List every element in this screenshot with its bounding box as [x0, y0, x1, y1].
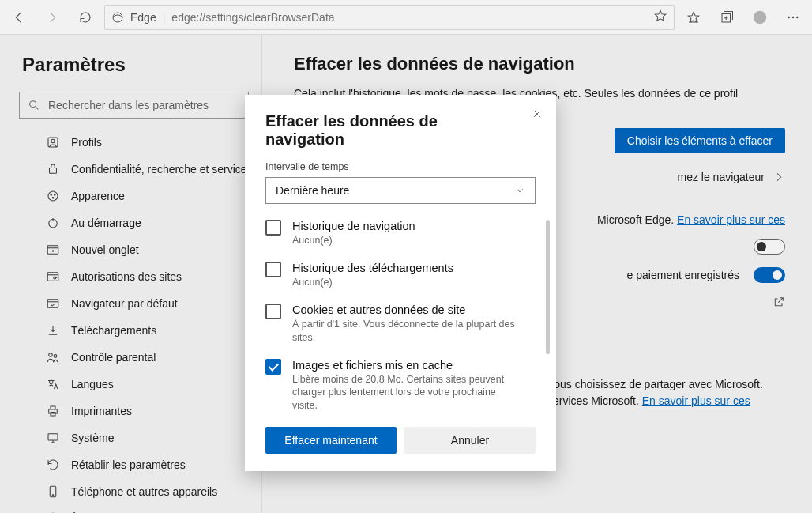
- checkbox[interactable]: [265, 359, 281, 375]
- svg-point-13: [52, 198, 54, 199]
- chevron-down-icon: [514, 185, 525, 196]
- svg-point-2: [754, 10, 767, 24]
- page-title: Effacer les données de navigation: [294, 54, 785, 74]
- svg-point-10: [48, 191, 58, 201]
- time-range-label: Intervalle de temps: [265, 161, 536, 172]
- browser-toolbar: Edge | edge://settings/clearBrowserData: [0, 0, 812, 35]
- option-download-history[interactable]: Historique des téléchargementsAucun(e): [265, 262, 536, 289]
- toggle-1[interactable]: [754, 239, 785, 255]
- sidebar-item-appearance[interactable]: Apparence: [46, 183, 246, 209]
- sidebar-item-newtab[interactable]: Nouvel onglet: [46, 237, 246, 262]
- clear-now-button[interactable]: Effacer maintenant: [265, 427, 397, 454]
- svg-rect-21: [49, 409, 58, 413]
- popout-icon[interactable]: [773, 296, 785, 308]
- choose-items-button[interactable]: Choisir les éléments à effacer: [615, 128, 785, 153]
- sidebar-item-privacy[interactable]: Confidentialité, recherche et services: [46, 157, 246, 182]
- checkbox[interactable]: [265, 220, 281, 236]
- chevron-right-icon: [773, 171, 785, 183]
- svg-rect-24: [48, 434, 58, 440]
- sidebar-item-default-browser[interactable]: Navigateur par défaut: [46, 291, 246, 316]
- option-cookies[interactable]: Cookies et autres données de siteÀ parti…: [265, 304, 536, 345]
- sidebar-item-reset[interactable]: Rétablir les paramètres: [46, 452, 246, 477]
- svg-point-5: [796, 16, 798, 17]
- svg-point-11: [51, 194, 52, 196]
- svg-point-4: [792, 16, 794, 17]
- checkbox[interactable]: [265, 304, 281, 319]
- svg-rect-9: [50, 168, 57, 174]
- close-button[interactable]: [529, 106, 545, 122]
- toggle-2[interactable]: [754, 267, 785, 283]
- sidebar-item-startup[interactable]: Au démarrage: [46, 210, 246, 236]
- more-button[interactable]: [779, 3, 807, 32]
- ie-learn-more-link[interactable]: En savoir plus sur ces: [677, 213, 785, 226]
- time-range-value: Dernière heure: [276, 184, 349, 197]
- sidebar-item-downloads[interactable]: Téléchargements: [46, 318, 246, 343]
- sidebar-item-profiles[interactable]: Profils: [46, 130, 246, 155]
- clear-data-dialog: Effacer les données de navigation Interv…: [245, 95, 556, 471]
- option-cached-images[interactable]: Images et fichiers mis en cacheLibère mo…: [265, 359, 536, 413]
- svg-point-19: [49, 353, 53, 357]
- collections-button[interactable]: [712, 3, 741, 32]
- address-bar[interactable]: Edge | edge://settings/clearBrowserData: [104, 5, 675, 30]
- favorite-icon[interactable]: [653, 9, 667, 25]
- sidebar-item-languages[interactable]: Langues: [46, 372, 246, 397]
- refresh-button[interactable]: [71, 3, 100, 32]
- sidebar-nav: Profils Confidentialité, recherche et se…: [46, 130, 246, 513]
- svg-point-12: [55, 194, 56, 196]
- svg-point-20: [54, 355, 57, 358]
- sidebar-item-system[interactable]: Système: [46, 425, 246, 451]
- url-text: edge://settings/clearBrowserData: [171, 11, 334, 24]
- favorites-button[interactable]: [679, 3, 708, 32]
- settings-search[interactable]: Rechercher dans les paramètres: [19, 92, 249, 119]
- time-range-select[interactable]: Dernière heure: [265, 177, 536, 204]
- svg-rect-16: [47, 273, 58, 281]
- svg-rect-25: [50, 486, 56, 497]
- svg-point-3: [788, 16, 790, 17]
- cancel-button[interactable]: Annuler: [404, 427, 536, 454]
- svg-point-8: [51, 139, 55, 143]
- svg-point-17: [54, 277, 56, 279]
- svg-point-0: [113, 13, 122, 22]
- svg-point-26: [52, 495, 54, 496]
- settings-sidebar: Paramètres Rechercher dans les paramètre…: [0, 35, 262, 513]
- svg-rect-18: [47, 300, 58, 308]
- sidebar-item-site-permissions[interactable]: Autorisations des sites: [46, 264, 246, 289]
- search-placeholder: Rechercher dans les paramètres: [48, 99, 209, 111]
- edge-icon: [111, 11, 124, 24]
- sidebar-item-printers[interactable]: Imprimantes: [46, 398, 246, 424]
- svg-point-6: [30, 101, 36, 108]
- sidebar-item-family[interactable]: Contrôle parental: [46, 345, 246, 370]
- back-button[interactable]: [5, 3, 33, 32]
- svg-rect-23: [51, 413, 55, 417]
- toggle2-label: e paiement enregistrés: [627, 269, 739, 281]
- dialog-title: Effacer les données de navigation: [265, 112, 536, 149]
- browser-name: Edge: [130, 11, 156, 24]
- checkbox[interactable]: [265, 262, 281, 277]
- search-icon: [28, 99, 40, 111]
- sidebar-item-about[interactable]: À propos de Microsoft Edge: [46, 506, 246, 513]
- profile-button[interactable]: [746, 3, 774, 32]
- option-browsing-history[interactable]: Historique de navigationAucun(e): [265, 220, 536, 247]
- svg-rect-22: [51, 406, 55, 409]
- sidebar-item-phone[interactable]: Téléphone et autres appareils: [46, 479, 246, 504]
- dialog-options: Historique de navigationAucun(e) Histori…: [265, 220, 536, 413]
- forward-button[interactable]: [38, 3, 66, 32]
- sidebar-title: Paramètres: [22, 54, 246, 76]
- scrollbar[interactable]: [546, 220, 550, 354]
